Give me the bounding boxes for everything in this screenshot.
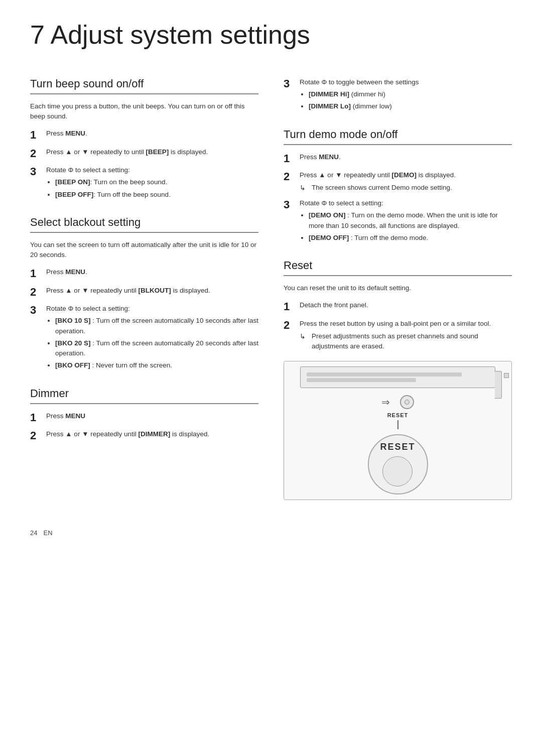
step-content: Rotate Φ to select a setting: [BEEP ON]:… [46, 165, 258, 202]
left-column: Turn beep sound on/off Each time you pre… [30, 77, 258, 514]
blackout-step-1: 1 Press MENU. [30, 267, 258, 280]
section-demo: Turn demo mode on/off 1 Press MENU. 2 Pr… [284, 128, 512, 245]
step-num: 3 [30, 165, 46, 178]
arrow-icon: ↳ [300, 183, 309, 193]
beep-step-3: 3 Rotate Φ to select a setting: [BEEP ON… [30, 165, 258, 202]
right-column: 3 Rotate Φ to toggle between the setting… [284, 77, 512, 514]
step-num: 1 [30, 411, 46, 424]
reset-big-label: RESET [380, 442, 415, 452]
blackout-step-3: 3 Rotate Φ to select a setting: [BKO 10 … [30, 304, 258, 373]
step-num: 2 [284, 319, 300, 332]
step-num: 2 [284, 170, 300, 183]
section-dimmer-right: 3 Rotate Φ to toggle between the setting… [284, 77, 512, 114]
reset-area: RESET RESET [368, 412, 428, 494]
reset-diagram: ⇒ RESET RESET [284, 361, 512, 500]
step-content: Press MENU. [300, 152, 512, 162]
bullet-demo-off: [DEMO OFF] : Turn off the demo mode. [309, 233, 512, 243]
demo-step-2: 2 Press ▲ or ▼ repeatedly until [DEMO] i… [284, 170, 512, 193]
dimmer-section-title: Dimmer [30, 387, 258, 404]
step-num: 2 [30, 147, 46, 160]
bullet-beep-off: [BEEP OFF]: Turn off the beep sound. [55, 190, 258, 200]
beep-step-1: 1 Press MENU. [30, 129, 258, 142]
step-content: Rotate Φ to toggle between the settings … [300, 77, 512, 114]
arrow-right-icon: ⇒ [381, 396, 390, 408]
footer-lang: EN [43, 529, 52, 537]
reset-sub-result: ↳ Preset adjustments such as preset chan… [300, 331, 512, 352]
dimmer-step-1: 1 Press MENU [30, 411, 258, 424]
diagram-line [307, 378, 416, 382]
blackout-section-title: Select blackout setting [30, 216, 258, 233]
step-num: 1 [284, 300, 300, 313]
sub-result-text: The screen shows current Demo mode setti… [312, 183, 452, 193]
dimmer-bullets: [DIMMER Hi] (dimmer hi) [DIMMER Lo] (dim… [309, 89, 512, 112]
reset-step-1: 1 Detach the front panel. [284, 300, 512, 313]
reset-desc: You can reset the unit to its default se… [284, 283, 512, 293]
step-content: Press the reset button by using a ball-p… [300, 319, 512, 352]
dimmer-step-3: 3 Rotate Φ to toggle between the setting… [284, 77, 512, 114]
bullet-bko20: [BKO 20 S] : Turn off the screen automat… [55, 338, 258, 359]
page-container: 7 Adjust system settings Turn beep sound… [30, 20, 512, 537]
step-content: Press MENU [46, 411, 258, 421]
beep-desc: Each time you press a button, the unit b… [30, 101, 258, 122]
reset-step-2: 2 Press the reset button by using a ball… [284, 319, 512, 352]
step-content: Press ▲ or ▼ repeatedly until [DEMO] is … [300, 170, 512, 193]
step-content: Press MENU. [46, 129, 258, 139]
chapter-num: 7 [30, 20, 45, 49]
beep-section-title: Turn beep sound on/off [30, 77, 258, 94]
step-content: Detach the front panel. [300, 300, 512, 310]
demo-bullets: [DEMO ON] : Turn on the demo mode. When … [309, 210, 512, 243]
step-num: 2 [30, 286, 46, 299]
reset-small-label: RESET [387, 412, 409, 418]
step-content: Press ▲ or ▼ repeatedly until [BLKOUT] i… [46, 286, 258, 296]
bullet-dimmer-lo: [DIMMER Lo] (dimmer low) [309, 101, 512, 111]
dimmer-step-2: 2 Press ▲ or ▼ repeatedly until [DIMMER]… [30, 429, 258, 442]
blackout-step-2: 2 Press ▲ or ▼ repeatedly until [BLKOUT]… [30, 286, 258, 299]
page-footer: 24 EN [30, 514, 512, 537]
arrow-icon: ↳ [300, 331, 309, 342]
bullet-beep-on: [BEEP ON]: Turn on the beep sound. [55, 177, 258, 187]
chapter-title: 7 Adjust system settings [30, 20, 512, 50]
section-blackout: Select blackout setting You can set the … [30, 216, 258, 373]
step-num: 3 [284, 198, 300, 211]
reset-section-title: Reset [284, 259, 512, 276]
step-content: Press ▲ or ▼ repeatedly to until [BEEP] … [46, 147, 258, 157]
step-num: 1 [284, 152, 300, 165]
chapter-title-text: Adjust system settings [51, 20, 310, 49]
demo-section-title: Turn demo mode on/off [284, 128, 512, 145]
chapter-title-block: 7 Adjust system settings [30, 20, 512, 65]
bullet-dimmer-hi: [DIMMER Hi] (dimmer hi) [309, 89, 512, 99]
demo-sub-result: ↳ The screen shows current Demo mode set… [300, 183, 512, 193]
blackout-bullets: [BKO 10 S] : Turn off the screen automat… [55, 316, 258, 370]
beep-bullets: [BEEP ON]: Turn on the beep sound. [BEEP… [55, 177, 258, 200]
two-column-layout: Turn beep sound on/off Each time you pre… [30, 77, 512, 514]
demo-step-1: 1 Press MENU. [284, 152, 512, 165]
section-reset: Reset You can reset the unit to its defa… [284, 259, 512, 499]
blackout-desc: You can set the screen to turn off autom… [30, 240, 258, 261]
step-num: 1 [30, 129, 46, 142]
section-dimmer: Dimmer 1 Press MENU 2 Press ▲ or ▼ repea… [30, 387, 258, 443]
step-content: Press ▲ or ▼ repeatedly until [DIMMER] i… [46, 429, 258, 439]
reset-button-circle: RESET [368, 434, 428, 494]
step-num: 1 [30, 267, 46, 280]
reset-inner-circle [382, 456, 413, 486]
step-num: 3 [284, 77, 300, 90]
bullet-bkooff: [BKO OFF] : Never turn off the screen. [55, 360, 258, 370]
step-num: 2 [30, 429, 46, 442]
diagram-line [307, 372, 462, 376]
step-content: Rotate Φ to select a setting: [BKO 10 S]… [46, 304, 258, 373]
sub-result-text: Preset adjustments such as preset channe… [312, 331, 512, 352]
step-num: 3 [30, 304, 46, 317]
footer-page-num: 24 [30, 529, 37, 537]
step-content: Press MENU. [46, 267, 258, 277]
demo-step-3: 3 Rotate Φ to select a setting: [DEMO ON… [284, 198, 512, 245]
bullet-demo-on: [DEMO ON] : Turn on the demo mode. When … [309, 210, 512, 231]
section-beep: Turn beep sound on/off Each time you pre… [30, 77, 258, 202]
step-content: Rotate Φ to select a setting: [DEMO ON] … [300, 198, 512, 245]
bullet-bko10: [BKO 10 S] : Turn off the screen automat… [55, 316, 258, 336]
beep-step-2: 2 Press ▲ or ▼ repeatedly to until [BEEP… [30, 147, 258, 160]
